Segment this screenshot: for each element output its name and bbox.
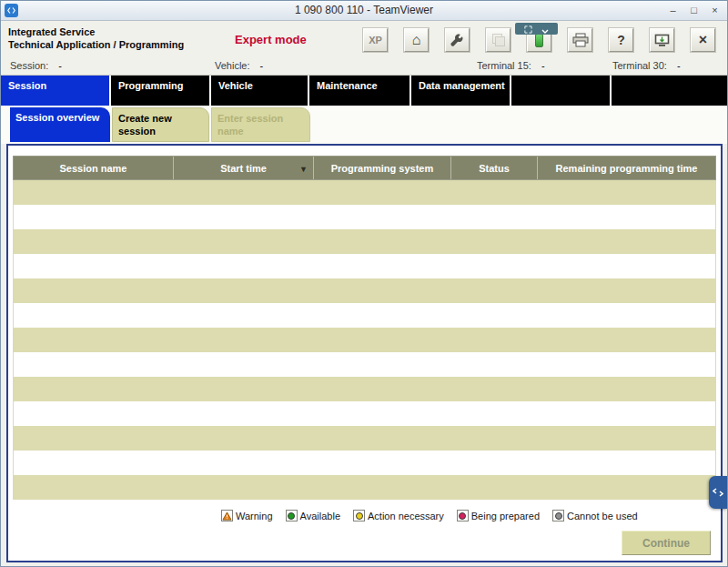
xp-icon: XP: [369, 35, 382, 46]
nav-tab-label: Data management: [419, 80, 505, 91]
column-header-remaining-programming-time[interactable]: Remaining programming time: [538, 157, 715, 179]
status-item-terminal-30-: Terminal 30:-: [612, 60, 681, 71]
nav-tabs: SessionProgrammingVehicleMaintenanceData…: [1, 76, 727, 106]
column-header-label: Remaining programming time: [556, 163, 698, 174]
status-item-terminal-15-: Terminal 15:-: [477, 60, 545, 71]
teamviewer-toolbar-chip[interactable]: [515, 23, 558, 35]
sort-desc-icon[interactable]: ▼: [299, 165, 308, 174]
home-icon: ⌂: [412, 33, 421, 47]
table-row: [14, 352, 715, 377]
status-label: Terminal 30:: [612, 60, 667, 71]
wrench-icon: [450, 34, 464, 47]
nav-tab-label: Vehicle: [218, 80, 253, 91]
nav-tab-vehicle[interactable]: Vehicle: [211, 76, 309, 106]
legend-label: Available: [300, 511, 340, 521]
help-icon: ?: [617, 34, 625, 46]
table-row: [14, 180, 715, 205]
legend-item-cannot-be-used: Cannot be used: [552, 510, 638, 521]
column-header-status[interactable]: Status: [451, 157, 538, 179]
available-icon: [286, 510, 298, 521]
status-value: -: [677, 60, 681, 71]
nav-tab-label: Maintenance: [317, 80, 378, 91]
legend-label: Cannot be used: [567, 511, 638, 521]
app-title-line2: Technical Application / Programming: [8, 38, 184, 51]
minimize-button[interactable]: –: [663, 2, 682, 18]
nav-spacer: [511, 76, 612, 106]
print-button[interactable]: [568, 28, 592, 52]
legend-item-action-necessary: Action necessary: [353, 510, 444, 521]
nav-tab-session[interactable]: Session: [1, 76, 111, 106]
maximize-button[interactable]: □: [684, 2, 703, 18]
status-item-vehicle-: Vehicle:-: [215, 60, 263, 71]
legend-item-available: Available: [286, 510, 340, 521]
status-label: Session:: [10, 60, 48, 71]
legend-dot: [288, 512, 295, 520]
warning-icon: [221, 510, 233, 521]
xp-button[interactable]: XP: [363, 28, 388, 52]
session-table: Session nameStart time▼Programming syste…: [13, 156, 716, 500]
sub-tab-create-new-session[interactable]: Create new session: [112, 107, 209, 142]
table-row: [14, 475, 715, 500]
teamviewer-arrows-icon: [713, 484, 723, 501]
column-header-label: Session name: [60, 163, 127, 174]
table-row: [14, 205, 715, 229]
table-row: [14, 254, 715, 278]
sub-tab-label: Session overview: [15, 112, 99, 123]
title-bar: 1 090 800 110 - TeamViewer –□×: [1, 1, 727, 21]
legend-dot: [459, 512, 466, 520]
app-title: Integrated Service Technical Application…: [8, 25, 184, 51]
sub-tab-session-overview[interactable]: Session overview: [10, 107, 110, 142]
window-title: 1 090 800 110 - TeamViewer: [1, 4, 727, 16]
table-row: [14, 303, 715, 328]
nav-tab-maintenance[interactable]: Maintenance: [309, 76, 411, 106]
close-icon: ×: [699, 33, 707, 47]
sub-tabs: Session overviewCreate new sessionEnter …: [1, 106, 727, 144]
sub-tab-label: Enter session name: [217, 113, 283, 137]
help-button[interactable]: ?: [609, 28, 633, 52]
column-header-start-time[interactable]: Start time▼: [174, 157, 314, 179]
legend-label: Being prepared: [471, 511, 540, 521]
tools-button[interactable]: [445, 28, 470, 52]
chevron-down-icon: [541, 21, 549, 37]
expand-icon: [524, 21, 532, 37]
sub-tab-enter-session-name: Enter session name: [211, 107, 310, 142]
table-row: [14, 377, 715, 401]
cannot-be-used-icon: [552, 510, 564, 521]
status-legend: WarningAvailableAction necessaryBeing pr…: [221, 510, 638, 521]
legend-item-warning: Warning: [221, 510, 273, 521]
column-header-label: Start time: [220, 163, 267, 174]
nav-tab-label: Session: [8, 80, 46, 91]
sub-tab-label: Create new session: [118, 113, 172, 137]
nav-tab-programming[interactable]: Programming: [111, 76, 211, 106]
column-header-label: Programming system: [331, 163, 433, 174]
column-header-programming-system[interactable]: Programming system: [314, 157, 451, 179]
mode-indicator: Expert mode: [235, 33, 307, 46]
continue-button[interactable]: Continue: [622, 531, 711, 555]
column-header-session-name[interactable]: Session name: [14, 157, 174, 179]
action-necessary-icon: [353, 510, 365, 521]
legend-dot: [356, 512, 363, 520]
status-item-session-: Session:-: [10, 60, 62, 71]
legend-label: Action necessary: [368, 511, 444, 521]
data-transfer-button: [486, 28, 511, 52]
nav-fill: [612, 76, 727, 106]
teamviewer-window: 1 090 800 110 - TeamViewer –□× Integrate…: [0, 0, 728, 567]
nav-tab-data-management[interactable]: Data management: [411, 76, 511, 106]
legend-label: Warning: [236, 511, 273, 521]
nav-tab-label: Programming: [118, 80, 184, 91]
teamviewer-panel-handle[interactable]: [709, 476, 727, 509]
home-button[interactable]: ⌂: [404, 28, 429, 52]
legend-dot: [555, 512, 562, 520]
exit-button[interactable]: ×: [691, 28, 715, 52]
close-button[interactable]: ×: [705, 2, 724, 18]
being-prepared-icon: [457, 510, 469, 521]
legend-item-being-prepared: Being prepared: [457, 510, 540, 521]
app-title-line1: Integrated Service: [8, 25, 184, 38]
status-value: -: [541, 60, 545, 71]
table-row: [14, 451, 715, 475]
status-label: Vehicle:: [215, 60, 250, 71]
window-controls: –□×: [663, 2, 724, 18]
status-label: Terminal 15:: [477, 60, 531, 71]
remote-display-button[interactable]: [650, 28, 674, 52]
copy-icon: [492, 34, 505, 46]
